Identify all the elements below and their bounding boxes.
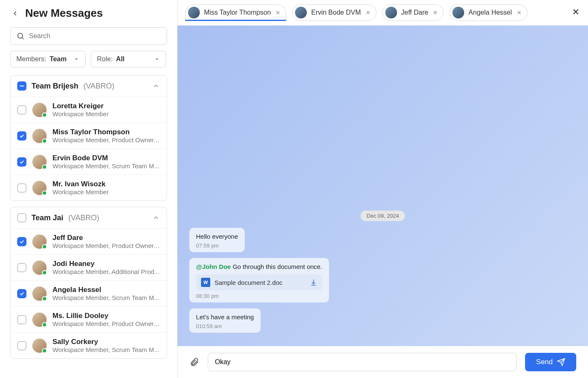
sidebar: New Messages Members: Team Role: All	[0, 0, 178, 378]
member-row[interactable]: Sally Corkery Workspace Member, Scrum Te…	[10, 332, 167, 358]
member-role: Workspace Member, Additional Prod...	[52, 268, 159, 275]
member-row[interactable]: Miss Taylor Thompson Workspace Member, P…	[10, 123, 167, 149]
member-checkbox[interactable]	[17, 237, 26, 246]
filter-role-value: All	[116, 55, 124, 63]
send-icon	[557, 358, 565, 366]
member-checkbox[interactable]	[17, 131, 26, 141]
date-chip: Dec 09, 2024	[361, 211, 405, 221]
message-text-body: Go through this document once.	[233, 263, 322, 270]
svg-point-0	[18, 33, 23, 38]
avatar	[452, 7, 464, 18]
tab-name: Jeff Dare	[401, 9, 429, 16]
mention[interactable]: @John Doe	[196, 263, 231, 270]
filter-members-label: Members:	[16, 55, 46, 63]
compose-input[interactable]	[208, 353, 517, 371]
composer: Send	[178, 346, 588, 378]
member-row[interactable]: Ms. Lillie Dooley Workspace Member, Prod…	[10, 306, 167, 332]
attachment[interactable]: W Sample document 2.doc	[196, 274, 322, 290]
member-role: Workspace Member	[52, 110, 109, 117]
message-text: Hello everyone	[196, 233, 238, 240]
message-time: 07:59 pm	[196, 242, 238, 249]
avatar	[32, 261, 47, 275]
member-name: Ervin Bode DVM	[52, 154, 159, 162]
member-checkbox[interactable]	[17, 289, 26, 298]
chat-area: Dec 09, 2024 Hello everyone 07:59 pm @Jo…	[178, 26, 588, 346]
member-checkbox[interactable]	[17, 263, 26, 272]
member-info: Jodi Heaney Workspace Member, Additional…	[52, 260, 159, 275]
group-header[interactable]: Team Jai (VABRO)	[10, 207, 167, 228]
search-box[interactable]	[10, 27, 167, 45]
group-header[interactable]: Team Brijesh (VABRO)	[10, 76, 167, 96]
member-role: Workspace Member, Product Owner,...	[52, 136, 160, 143]
filter-members-value: Team	[50, 55, 67, 63]
download-icon[interactable]	[310, 279, 317, 286]
group-team-brijesh: Team Brijesh (VABRO) Loretta Kreiger Wor…	[10, 75, 167, 201]
group-title: Team Brijesh	[31, 82, 78, 91]
member-checkbox[interactable]	[17, 105, 26, 115]
tab[interactable]: Jeff Dare	[382, 4, 444, 21]
avatar	[32, 103, 47, 117]
tab-close-button[interactable]	[432, 10, 438, 16]
member-info: Ms. Lillie Dooley Workspace Member, Prod…	[52, 312, 160, 327]
filter-role[interactable]: Role: All	[91, 51, 166, 68]
member-name: Jeff Dare	[52, 234, 160, 242]
tab-name: Angela Hessel	[468, 9, 512, 16]
svg-line-1	[22, 38, 24, 39]
send-button[interactable]: Send	[525, 353, 576, 371]
avatar	[32, 181, 47, 195]
member-row[interactable]: Jodi Heaney Workspace Member, Additional…	[10, 254, 167, 280]
avatar	[385, 7, 397, 18]
sidebar-header: New Messages	[10, 7, 167, 20]
close-all-button[interactable]	[571, 7, 580, 18]
presence-indicator	[42, 138, 47, 143]
group-checkbox[interactable]	[17, 213, 26, 222]
filter-members[interactable]: Members: Team	[10, 51, 86, 68]
tab-close-button[interactable]	[365, 10, 371, 16]
member-name: Mr. Ivan Wisozk	[52, 180, 109, 188]
tab[interactable]: Miss Taylor Thompson	[185, 4, 286, 21]
tab[interactable]: Ervin Bode DVM	[292, 4, 376, 21]
main-panel: Miss Taylor Thompson Ervin Bode DVM Jeff…	[178, 0, 588, 378]
member-checkbox[interactable]	[17, 157, 26, 167]
svg-marker-2	[75, 58, 78, 60]
member-name: Jodi Heaney	[52, 260, 159, 268]
member-name: Miss Taylor Thompson	[52, 128, 160, 136]
member-checkbox[interactable]	[17, 315, 26, 324]
member-info: Ervin Bode DVM Workspace Member, Scrum T…	[52, 154, 159, 169]
tab-bar: Miss Taylor Thompson Ervin Bode DVM Jeff…	[178, 0, 588, 26]
member-row[interactable]: Ervin Bode DVM Workspace Member, Scrum T…	[10, 149, 167, 175]
member-checkbox[interactable]	[17, 341, 26, 350]
member-row[interactable]: Jeff Dare Workspace Member, Product Owne…	[10, 228, 167, 254]
member-info: Mr. Ivan Wisozk Workspace Member	[52, 180, 109, 196]
message-text: @John Doe Go through this document once.	[196, 263, 322, 270]
presence-indicator	[42, 164, 47, 169]
member-role: Workspace Member, Scrum Team M...	[52, 162, 159, 169]
group-checkbox[interactable]	[17, 81, 26, 91]
back-button[interactable]	[10, 8, 20, 18]
member-row[interactable]: Angela Hessel Workspace Member, Scrum Te…	[10, 280, 167, 306]
group-suffix: (VABRO)	[84, 82, 115, 91]
message-time: 08:30 pm	[196, 293, 322, 299]
attachment-name: Sample document 2.doc	[214, 279, 306, 286]
tab-close-button[interactable]	[516, 10, 522, 16]
message-bubble: @John Doe Go through this document once.…	[189, 258, 329, 302]
avatar	[32, 155, 47, 169]
member-info: Sally Corkery Workspace Member, Scrum Te…	[52, 338, 159, 353]
attach-button[interactable]	[189, 357, 199, 367]
member-row[interactable]: Loretta Kreiger Workspace Member	[10, 96, 167, 123]
search-input[interactable]	[29, 32, 161, 40]
chevron-up-icon	[152, 82, 160, 90]
member-role: Workspace Member, Product Owner,...	[52, 320, 160, 327]
member-role: Workspace Member, Scrum Team M...	[52, 294, 159, 301]
tab[interactable]: Angela Hessel	[449, 4, 527, 21]
close-icon	[571, 7, 580, 16]
chevron-left-icon	[11, 10, 19, 17]
tab-close-button[interactable]	[275, 10, 281, 16]
member-row[interactable]: Mr. Ivan Wisozk Workspace Member	[10, 175, 167, 201]
member-checkbox[interactable]	[17, 183, 26, 193]
member-info: Angela Hessel Workspace Member, Scrum Te…	[52, 286, 159, 301]
caret-down-icon	[154, 56, 160, 62]
member-info: Loretta Kreiger Workspace Member	[52, 102, 109, 117]
group-title: Team Jai	[31, 214, 63, 222]
chevron-up-icon	[152, 214, 160, 222]
